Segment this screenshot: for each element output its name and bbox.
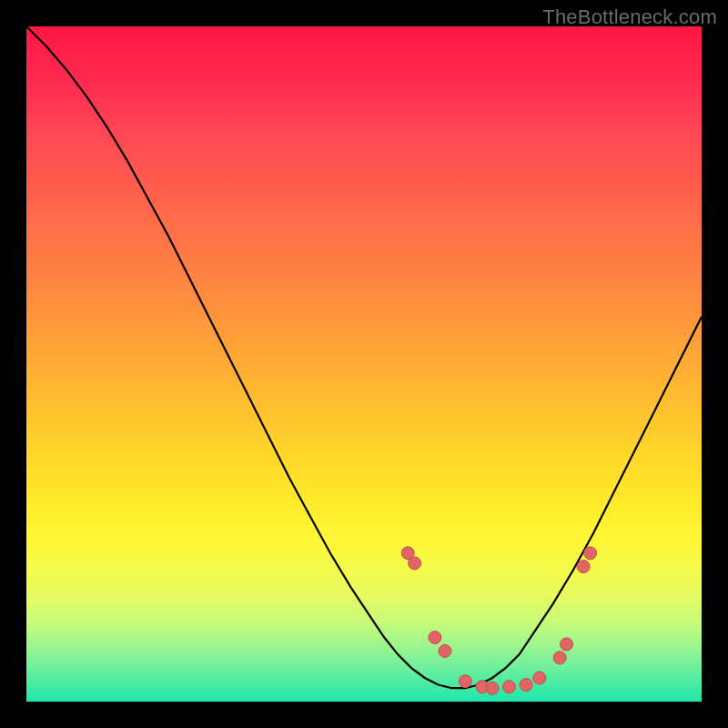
chart-frame: TheBottleneck.com bbox=[0, 0, 728, 728]
marker-dot bbox=[503, 681, 516, 693]
marker-dot bbox=[520, 679, 532, 692]
marker-dot bbox=[429, 632, 441, 644]
marker-dot bbox=[577, 561, 590, 573]
bottleneck-curve bbox=[26, 26, 702, 688]
marker-dot bbox=[486, 682, 499, 694]
chart-svg bbox=[26, 26, 702, 702]
marker-dot bbox=[561, 638, 573, 651]
marker-dot bbox=[553, 652, 566, 664]
marker-dot bbox=[459, 675, 471, 688]
marker-dot bbox=[439, 644, 451, 657]
marker-dot bbox=[409, 557, 421, 570]
marker-dot bbox=[533, 672, 546, 684]
watermark-text: TheBottleneck.com bbox=[542, 5, 717, 29]
chart-plot-area bbox=[26, 26, 702, 702]
marker-dot bbox=[584, 547, 597, 560]
